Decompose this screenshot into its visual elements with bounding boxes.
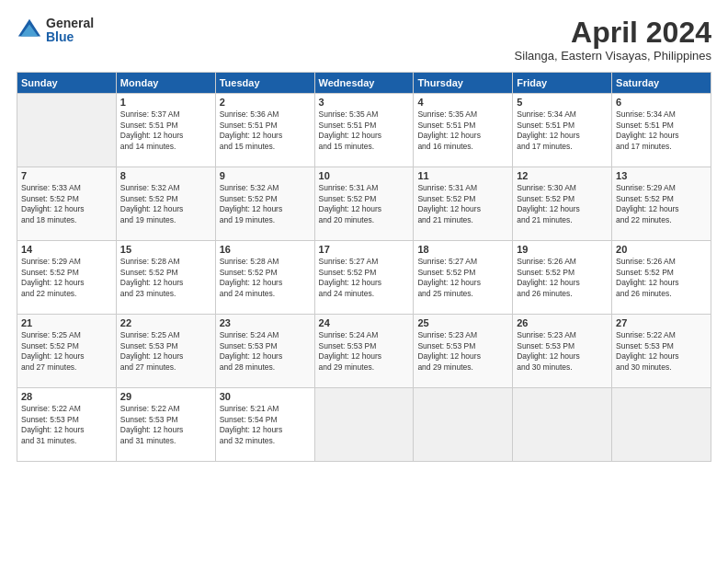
day-info: Sunrise: 5:33 AM Sunset: 5:52 PM Dayligh…	[21, 183, 112, 225]
day-info: Sunrise: 5:32 AM Sunset: 5:52 PM Dayligh…	[120, 183, 211, 225]
calendar-cell: 2Sunrise: 5:36 AM Sunset: 5:51 PM Daylig…	[215, 94, 314, 167]
title-block: April 2024 Silanga, Eastern Visayas, Phi…	[515, 17, 711, 63]
header: General Blue April 2024 Silanga, Eastern…	[17, 17, 711, 63]
logo: General Blue	[17, 17, 94, 45]
calendar-cell: 7Sunrise: 5:33 AM Sunset: 5:52 PM Daylig…	[17, 167, 117, 241]
col-saturday: Saturday	[612, 73, 711, 94]
calendar-cell: 4Sunrise: 5:35 AM Sunset: 5:51 PM Daylig…	[414, 94, 513, 167]
day-number: 2	[220, 97, 311, 108]
day-info: Sunrise: 5:22 AM Sunset: 5:53 PM Dayligh…	[120, 404, 211, 446]
col-sunday: Sunday	[17, 73, 117, 94]
day-number: 13	[616, 170, 707, 181]
day-info: Sunrise: 5:29 AM Sunset: 5:52 PM Dayligh…	[616, 183, 707, 225]
calendar-cell: 5Sunrise: 5:34 AM Sunset: 5:51 PM Daylig…	[513, 94, 612, 167]
day-number: 3	[319, 97, 410, 108]
calendar-cell	[17, 94, 117, 167]
day-info: Sunrise: 5:37 AM Sunset: 5:51 PM Dayligh…	[120, 109, 211, 152]
day-number: 16	[220, 244, 311, 255]
calendar-cell: 11Sunrise: 5:31 AM Sunset: 5:52 PM Dayli…	[414, 167, 513, 241]
day-number: 11	[417, 170, 508, 181]
col-friday: Friday	[513, 73, 612, 94]
day-info: Sunrise: 5:21 AM Sunset: 5:54 PM Dayligh…	[220, 404, 311, 446]
day-info: Sunrise: 5:32 AM Sunset: 5:52 PM Dayligh…	[220, 183, 311, 225]
calendar-cell: 8Sunrise: 5:32 AM Sunset: 5:52 PM Daylig…	[116, 167, 215, 241]
day-info: Sunrise: 5:27 AM Sunset: 5:52 PM Dayligh…	[417, 257, 508, 299]
day-info: Sunrise: 5:30 AM Sunset: 5:52 PM Dayligh…	[517, 183, 608, 225]
calendar-cell: 23Sunrise: 5:24 AM Sunset: 5:53 PM Dayli…	[215, 315, 314, 388]
day-number: 23	[220, 317, 311, 328]
day-number: 4	[417, 97, 508, 108]
calendar-cell: 16Sunrise: 5:28 AM Sunset: 5:52 PM Dayli…	[215, 241, 314, 315]
logo-blue-text: Blue	[46, 30, 94, 44]
calendar-table: Sunday Monday Tuesday Wednesday Thursday…	[17, 72, 711, 462]
col-monday: Monday	[116, 73, 215, 94]
calendar-cell: 12Sunrise: 5:30 AM Sunset: 5:52 PM Dayli…	[513, 167, 612, 241]
day-number: 5	[517, 97, 608, 108]
calendar-week-row-4: 21Sunrise: 5:25 AM Sunset: 5:52 PM Dayli…	[17, 315, 711, 388]
day-info: Sunrise: 5:34 AM Sunset: 5:51 PM Dayligh…	[517, 109, 608, 152]
calendar-cell: 1Sunrise: 5:37 AM Sunset: 5:51 PM Daylig…	[116, 94, 215, 167]
location-subtitle: Silanga, Eastern Visayas, Philippines	[515, 49, 711, 63]
day-number: 19	[517, 244, 608, 255]
page: General Blue April 2024 Silanga, Eastern…	[0, 0, 728, 563]
day-number: 14	[21, 244, 112, 255]
day-number: 30	[220, 391, 311, 402]
col-thursday: Thursday	[414, 73, 513, 94]
day-info: Sunrise: 5:34 AM Sunset: 5:51 PM Dayligh…	[616, 109, 707, 152]
logo-text: General Blue	[46, 17, 94, 45]
day-number: 24	[319, 317, 410, 328]
day-info: Sunrise: 5:23 AM Sunset: 5:53 PM Dayligh…	[417, 330, 508, 373]
day-info: Sunrise: 5:31 AM Sunset: 5:52 PM Dayligh…	[319, 183, 410, 225]
calendar-cell	[314, 388, 414, 462]
day-info: Sunrise: 5:26 AM Sunset: 5:52 PM Dayligh…	[517, 257, 608, 299]
day-info: Sunrise: 5:22 AM Sunset: 5:53 PM Dayligh…	[616, 330, 707, 373]
day-info: Sunrise: 5:36 AM Sunset: 5:51 PM Dayligh…	[220, 109, 311, 152]
calendar-cell	[414, 388, 513, 462]
calendar-cell: 29Sunrise: 5:22 AM Sunset: 5:53 PM Dayli…	[116, 388, 215, 462]
day-info: Sunrise: 5:28 AM Sunset: 5:52 PM Dayligh…	[220, 257, 311, 299]
day-number: 7	[21, 170, 112, 181]
calendar-cell: 28Sunrise: 5:22 AM Sunset: 5:53 PM Dayli…	[17, 388, 117, 462]
day-number: 25	[417, 317, 508, 328]
calendar-cell	[612, 388, 711, 462]
calendar-cell: 19Sunrise: 5:26 AM Sunset: 5:52 PM Dayli…	[513, 241, 612, 315]
day-info: Sunrise: 5:25 AM Sunset: 5:53 PM Dayligh…	[120, 330, 211, 373]
calendar-cell: 3Sunrise: 5:35 AM Sunset: 5:51 PM Daylig…	[314, 94, 414, 167]
day-number: 18	[417, 244, 508, 255]
month-title: April 2024	[515, 17, 711, 49]
calendar-cell: 18Sunrise: 5:27 AM Sunset: 5:52 PM Dayli…	[414, 241, 513, 315]
day-number: 15	[120, 244, 211, 255]
day-number: 26	[517, 317, 608, 328]
calendar-cell: 9Sunrise: 5:32 AM Sunset: 5:52 PM Daylig…	[215, 167, 314, 241]
day-number: 17	[319, 244, 410, 255]
logo-icon	[17, 17, 42, 43]
day-number: 29	[120, 391, 211, 402]
day-info: Sunrise: 5:25 AM Sunset: 5:52 PM Dayligh…	[21, 330, 112, 373]
calendar-cell: 15Sunrise: 5:28 AM Sunset: 5:52 PM Dayli…	[116, 241, 215, 315]
day-info: Sunrise: 5:35 AM Sunset: 5:51 PM Dayligh…	[417, 109, 508, 152]
day-info: Sunrise: 5:29 AM Sunset: 5:52 PM Dayligh…	[21, 257, 112, 299]
day-number: 27	[616, 317, 707, 328]
day-info: Sunrise: 5:27 AM Sunset: 5:52 PM Dayligh…	[319, 257, 410, 299]
calendar-cell: 13Sunrise: 5:29 AM Sunset: 5:52 PM Dayli…	[612, 167, 711, 241]
day-number: 28	[21, 391, 112, 402]
day-info: Sunrise: 5:22 AM Sunset: 5:53 PM Dayligh…	[21, 404, 112, 446]
col-tuesday: Tuesday	[215, 73, 314, 94]
calendar-week-row-3: 14Sunrise: 5:29 AM Sunset: 5:52 PM Dayli…	[17, 241, 711, 315]
day-number: 8	[120, 170, 211, 181]
calendar-cell: 26Sunrise: 5:23 AM Sunset: 5:53 PM Dayli…	[513, 315, 612, 388]
calendar-cell: 25Sunrise: 5:23 AM Sunset: 5:53 PM Dayli…	[414, 315, 513, 388]
calendar-cell: 24Sunrise: 5:24 AM Sunset: 5:53 PM Dayli…	[314, 315, 414, 388]
day-info: Sunrise: 5:35 AM Sunset: 5:51 PM Dayligh…	[319, 109, 410, 152]
calendar-cell: 10Sunrise: 5:31 AM Sunset: 5:52 PM Dayli…	[314, 167, 414, 241]
day-info: Sunrise: 5:24 AM Sunset: 5:53 PM Dayligh…	[220, 330, 311, 373]
day-number: 22	[120, 317, 211, 328]
day-number: 6	[616, 97, 707, 108]
col-wednesday: Wednesday	[314, 73, 414, 94]
calendar-cell: 17Sunrise: 5:27 AM Sunset: 5:52 PM Dayli…	[314, 241, 414, 315]
logo-general-text: General	[46, 17, 94, 30]
calendar-week-row-1: 1Sunrise: 5:37 AM Sunset: 5:51 PM Daylig…	[17, 94, 711, 167]
calendar-header-row: Sunday Monday Tuesday Wednesday Thursday…	[17, 73, 711, 94]
day-number: 1	[120, 97, 211, 108]
day-number: 12	[517, 170, 608, 181]
